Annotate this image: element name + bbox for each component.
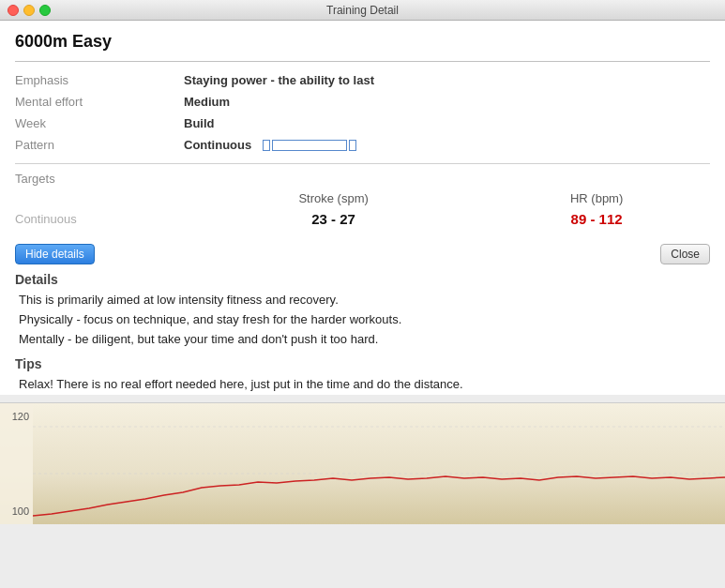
week-label: Week [15, 114, 184, 132]
mental-effort-label: Mental effort [15, 93, 184, 111]
pattern-value: Continuous [184, 136, 251, 154]
details-section: Details This is primarily aimed at low i… [15, 272, 710, 349]
chart-y-labels: 120 100 [0, 403, 33, 524]
stroke-value: 23 - 27 [184, 209, 483, 229]
hr-value: 89 - 112 [483, 209, 710, 229]
targets-section: Targets Stroke (spm) HR (bpm) Continuous… [15, 163, 710, 229]
targets-title: Targets [15, 172, 710, 186]
maximize-traffic-light[interactable] [39, 5, 51, 16]
details-text: This is primarily aimed at low intensity… [15, 291, 710, 349]
close-traffic-light[interactable] [8, 5, 19, 16]
targets-row-label: Continuous [15, 209, 184, 229]
window-title: Training Detail [326, 4, 399, 17]
stroke-col-header: Stroke (spm) [184, 191, 483, 209]
pattern-block-end [349, 140, 356, 151]
chart-label-100: 100 [4, 505, 29, 517]
tips-section: Tips Relax! There is no real effort need… [15, 356, 710, 395]
details-title: Details [15, 272, 710, 287]
close-button[interactable]: Close [660, 244, 710, 264]
emphasis-label: Emphasis [15, 71, 184, 89]
chart-svg [33, 403, 725, 524]
targets-spacer-header [15, 191, 184, 209]
title-divider [15, 61, 710, 62]
main-content: 6000m Easy Emphasis Staying power - the … [0, 21, 725, 395]
info-grid: Emphasis Staying power - the ability to … [15, 71, 710, 154]
traffic-lights [8, 5, 51, 16]
week-value: Build [184, 114, 710, 132]
page-title: 6000m Easy [15, 32, 710, 52]
mental-effort-value: Medium [184, 93, 710, 111]
emphasis-value: Staying power - the ability to last [184, 71, 710, 89]
tips-title: Tips [15, 356, 710, 371]
pattern-block-start [263, 140, 270, 151]
targets-row: Continuous 23 - 27 89 - 112 [15, 209, 710, 229]
targets-table: Stroke (spm) HR (bpm) Continuous 23 - 27… [15, 191, 710, 229]
pattern-row: Continuous [184, 136, 710, 154]
chart-area: 120 100 [0, 402, 725, 524]
buttons-row: Hide details Close [15, 236, 710, 272]
pattern-block-main [272, 140, 347, 151]
pattern-label: Pattern [15, 136, 184, 154]
title-bar: Training Detail [0, 0, 725, 21]
tips-text: Relax! There is no real effort needed he… [15, 375, 710, 395]
pattern-diagram [263, 140, 356, 151]
hr-col-header: HR (bpm) [483, 191, 710, 209]
hide-details-button[interactable]: Hide details [15, 244, 95, 264]
chart-label-120: 120 [4, 411, 29, 422]
minimize-traffic-light[interactable] [23, 5, 35, 16]
